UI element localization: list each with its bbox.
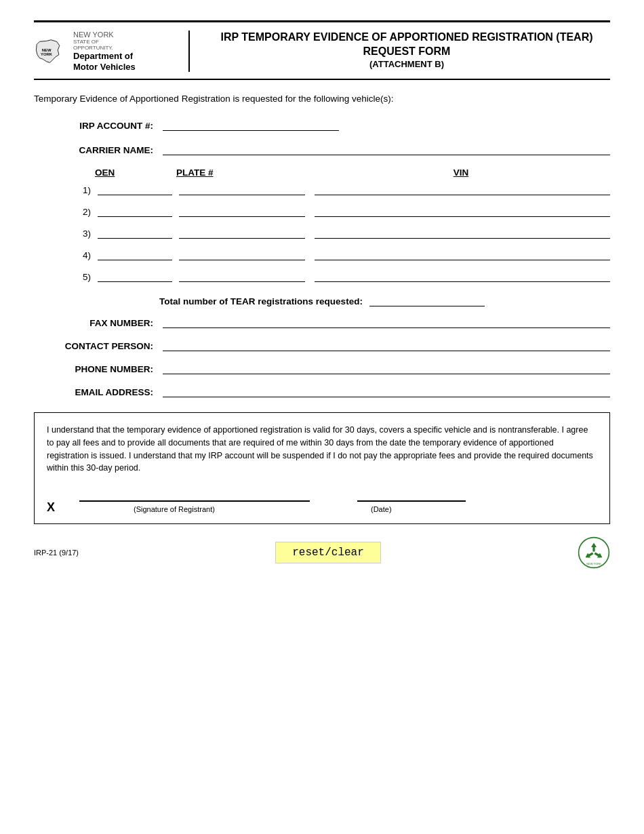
oen-input-4[interactable] [98,248,172,260]
row-num-5: 5) [75,272,95,282]
total-label: Total number of TEAR registrations reque… [159,296,363,306]
svg-text:NEW YORK: NEW YORK [586,561,601,565]
ny-state-icon: NEW YORK [34,39,62,64]
recycle-icon: NEW YORK [578,536,610,569]
row-num-3: 3) [75,229,95,239]
svg-text:NEW: NEW [42,47,52,52]
signature-label: (Signature of Registrant) [79,504,215,515]
agreement-text: I understand that the temporary evidence… [47,424,597,475]
phone-number-row: PHONE NUMBER: [34,362,610,374]
signature-x-mark: X [47,498,55,517]
top-border [34,20,610,22]
oen-input-1[interactable] [98,183,172,195]
form-number: IRP-21 (9/17) [34,549,79,557]
contact-person-input[interactable] [163,339,610,351]
total-row: Total number of TEAR registrations reque… [34,294,610,306]
irp-account-label: IRP ACCOUNT #: [54,121,163,131]
plate-input-2[interactable] [179,205,305,217]
contact-person-label: CONTACT PERSON: [34,341,163,351]
total-input[interactable] [369,294,485,306]
vehicle-row: 5) [34,270,610,282]
col-plate-header: PLATE # [176,167,312,178]
fax-number-row: FAX NUMBER: [34,316,610,328]
oen-input-5[interactable] [98,270,172,282]
reset-button[interactable]: reset/clear [275,542,381,563]
carrier-name-input[interactable] [163,143,610,155]
row-num-4: 4) [75,250,95,260]
oen-input-2[interactable] [98,205,172,217]
date-line[interactable] [357,488,466,502]
vehicle-rows: 1) 2) 3) 4) 5) [34,183,610,282]
form-title-area: IRP TEMPORARY EVIDENCE OF APPORTIONED RE… [190,31,610,69]
col-oen-header: OEN [95,167,176,178]
header-bottom-border [34,79,610,80]
dept-text: NEW YORK STATE OF OPPORTUNITY. Departmen… [73,31,136,72]
form-main-title: IRP TEMPORARY EVIDENCE OF APPORTIONED RE… [203,31,610,59]
vehicle-row: 2) [34,205,610,217]
signature-area: X (Signature of Registrant) (Date) [47,488,597,515]
logo-area: NEW YORK NEW YORK STATE OF OPPORTUNITY. … [34,31,190,72]
vehicle-table-header: OEN PLATE # VIN [34,167,610,178]
vin-input-4[interactable] [315,248,610,260]
email-address-row: EMAIL ADDRESS: [34,385,610,397]
phone-number-label: PHONE NUMBER: [34,364,163,374]
plate-input-5[interactable] [179,270,305,282]
carrier-name-row: CARRIER NAME: [34,143,610,155]
plate-input-1[interactable] [179,183,305,195]
svg-text:YORK: YORK [41,52,53,56]
carrier-name-label: CARRIER NAME: [54,145,163,155]
vehicle-row: 1) [34,183,610,195]
header: NEW YORK NEW YORK STATE OF OPPORTUNITY. … [34,31,610,72]
footer: IRP-21 (9/17) reset/clear NEW YORK [34,536,610,569]
row-num-2: 2) [75,207,95,217]
irp-account-row: IRP ACCOUNT #: [34,119,610,131]
email-address-label: EMAIL ADDRESS: [34,387,163,397]
ny-logo: NEW YORK [34,39,62,64]
plate-input-4[interactable] [179,248,305,260]
vehicle-row: 4) [34,248,610,260]
plate-input-3[interactable] [179,226,305,239]
intro-text: Temporary Evidence of Apportioned Regist… [34,94,610,104]
vin-input-3[interactable] [315,226,610,239]
contact-section: FAX NUMBER: CONTACT PERSON: PHONE NUMBER… [34,316,610,397]
fax-number-input[interactable] [163,316,610,328]
agreement-box: I understand that the temporary evidence… [34,412,610,524]
vin-input-1[interactable] [315,183,610,195]
form-attachment: (ATTACHMENT B) [203,59,610,69]
signature-line[interactable] [79,488,310,502]
row-num-1: 1) [75,185,95,195]
vin-input-5[interactable] [315,270,610,282]
oen-input-3[interactable] [98,226,172,239]
email-address-input[interactable] [163,385,610,397]
fax-number-label: FAX NUMBER: [34,318,163,328]
contact-person-row: CONTACT PERSON: [34,339,610,351]
phone-number-input[interactable] [163,362,610,374]
irp-account-input[interactable] [163,119,339,131]
col-vin-header: VIN [312,167,610,178]
date-label: (Date) [344,504,392,515]
vehicle-row: 3) [34,226,610,239]
vin-input-2[interactable] [315,205,610,217]
